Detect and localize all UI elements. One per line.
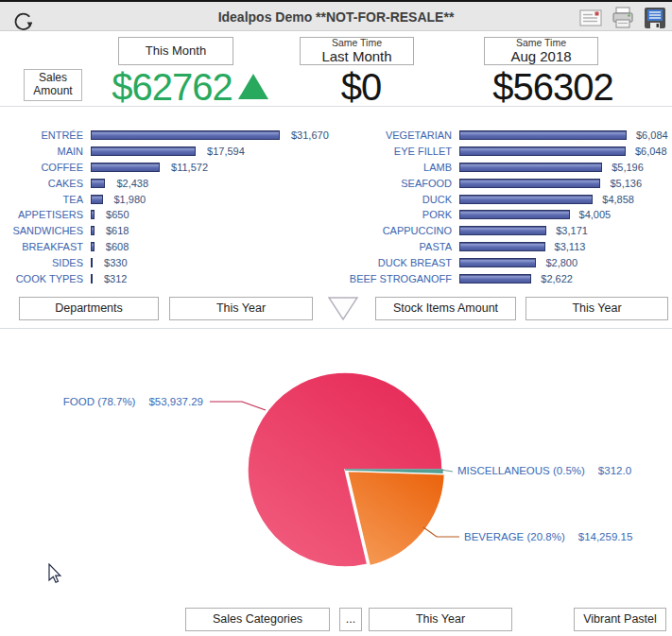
bar (459, 130, 627, 140)
bar-category-label: ENTRÉE (0, 129, 91, 141)
bar-category-label: PASTA (336, 241, 459, 252)
bar (459, 163, 602, 172)
bar-value-label: $5,136 (610, 178, 642, 189)
period-button-this-month[interactable]: This Month (118, 37, 233, 65)
period-button-aug-2018[interactable]: Same Time Aug 2018 (484, 37, 598, 65)
departments-period-button[interactable]: This Year (169, 297, 313, 320)
bar-value-label: $5,196 (612, 162, 644, 173)
bar-category-label: APPETISERS (0, 209, 91, 220)
ellipsis-button[interactable]: ... (339, 608, 362, 631)
bar-category-label: SANDWICHES (0, 225, 91, 236)
bar-row: DUCK BREAST$2,800 (336, 254, 672, 270)
vibrant-pastel-button[interactable]: Vibrant Pastel (574, 608, 666, 631)
bar-category-label: SIDES (0, 257, 91, 268)
bar (91, 226, 95, 235)
window-title: Idealpos Demo **NOT-FOR-RESALE** (0, 9, 672, 25)
bar (91, 242, 95, 251)
mouse-cursor (48, 563, 63, 586)
food-slice-label: FOOD (78.7%)$53,937.29 (63, 396, 203, 407)
bar-category-label: TEA (0, 194, 91, 205)
bar-category-label: DUCK BREAST (336, 257, 459, 268)
bar-category-label: DUCK (336, 194, 459, 205)
sales-categories-pie-chart: FOOD (78.7%)$53,937.29 MISCELLANEOUS (0.… (0, 331, 672, 610)
dashboard-window: Idealpos Demo **NOT-FOR-RESALE** Sale (0, 0, 672, 636)
sales-amount-label[interactable]: Sales Amount (24, 69, 82, 101)
stock-items-bar-chart: VEGETARIAN$6,084EYE FILLET$6,048LAMB$5,1… (336, 128, 672, 286)
bar-category-label: BREAKFAST (0, 241, 91, 252)
bar-value-label: $2,622 (541, 273, 573, 284)
miscellaneous-slice-label: MISCELLANEOUS (0.5%)$312.0 (457, 465, 631, 476)
bar-category-label: BEEF STROGANOFF (336, 273, 459, 284)
bar (91, 179, 105, 188)
trend-up-icon (238, 74, 268, 99)
bar-row: LAMB$5,196 (336, 160, 672, 176)
bar-category-label: CAKES (0, 178, 91, 189)
bar (91, 195, 103, 204)
bar-value-label: $4,005 (579, 209, 612, 220)
collapse-chevron-icon[interactable] (327, 296, 359, 321)
bar-value-label: $6,084 (636, 129, 668, 141)
bar-row: SEAFOOD$5,136 (336, 175, 672, 191)
email-icon[interactable] (579, 9, 602, 26)
bar-row: PASTA$3,113 (336, 239, 672, 255)
bar-category-label: EYE FILLET (336, 146, 459, 157)
bar-row: ENTRÉE$31,670 (0, 128, 336, 144)
bar-row: COFFEE$11,572 (0, 160, 336, 176)
departments-button[interactable]: Departments (19, 297, 159, 320)
bar-value-label: $2,438 (116, 178, 148, 189)
bar (459, 210, 570, 219)
printer-icon[interactable] (611, 7, 635, 29)
bar-row: APPETISERS$650 (0, 207, 336, 223)
bar-value-label: $17,594 (207, 146, 245, 157)
bar (91, 258, 93, 267)
kpi-value-aug-2018: $56302 (473, 66, 633, 109)
bar-row: EYE FILLET$6,048 (336, 144, 672, 160)
bar (459, 274, 531, 284)
bar-value-label: $11,572 (171, 162, 208, 173)
bar-value-label: $3,171 (556, 225, 588, 236)
period-button-last-month[interactable]: Same Time Last Month (300, 37, 414, 65)
divider (0, 106, 672, 107)
kpi-value-this-month: $62762 (112, 66, 233, 109)
bar (459, 226, 546, 235)
title-bar: Idealpos Demo **NOT-FOR-RESALE** (0, 0, 672, 31)
bar (91, 163, 160, 172)
stock-items-button[interactable]: Stock Items Amount (375, 297, 516, 320)
stock-items-period-button[interactable]: This Year (526, 297, 668, 320)
beverage-slice-label: BEVERAGE (20.8%)$14,259.15 (464, 531, 632, 542)
bar-value-label: $6,048 (635, 146, 667, 157)
bar-category-label: VEGETARIAN (336, 129, 459, 141)
bar (91, 274, 93, 284)
pie-period-button[interactable]: This Year (369, 608, 512, 631)
beverage-leader-line (423, 527, 459, 537)
bar (459, 179, 600, 188)
bar-row: VEGETARIAN$6,084 (336, 128, 672, 144)
departments-bar-chart: ENTRÉE$31,670MAIN$17,594COFFEE$11,572CAK… (0, 128, 336, 286)
bar-row: BREAKFAST$608 (0, 239, 336, 255)
bar-value-label: $1,980 (114, 194, 146, 205)
bar-value-label: $3,113 (555, 241, 586, 252)
bar-category-label: COOK TYPES (0, 273, 91, 284)
bar-row: SANDWICHES$618 (0, 223, 336, 239)
food-leader-line (210, 402, 266, 410)
bar-category-label: CAPPUCCINO (336, 225, 459, 236)
bar-row: SIDES$330 (0, 254, 336, 270)
bar-value-label: $31,670 (291, 129, 329, 141)
bar (91, 146, 196, 156)
kpi-value-last-month: $0 (314, 66, 408, 109)
bar-value-label: $2,800 (545, 257, 577, 268)
bar-category-label: PORK (336, 209, 459, 220)
divider (0, 328, 672, 329)
bar-row: MAIN$17,594 (0, 144, 336, 160)
bar-row: CAPPUCCINO$3,171 (336, 223, 672, 239)
bar-row: COOK TYPES$312 (0, 270, 336, 286)
bar-row: DUCK$4,858 (336, 191, 672, 207)
sales-categories-button[interactable]: Sales Categories (185, 608, 330, 631)
bar-row: CAKES$2,438 (0, 175, 336, 191)
save-icon[interactable] (644, 7, 666, 29)
bar (91, 210, 95, 219)
bar (91, 130, 280, 140)
bar-value-label: $608 (106, 241, 129, 252)
bar-row: TEA$1,980 (0, 191, 336, 207)
bar-category-label: LAMB (336, 162, 459, 173)
